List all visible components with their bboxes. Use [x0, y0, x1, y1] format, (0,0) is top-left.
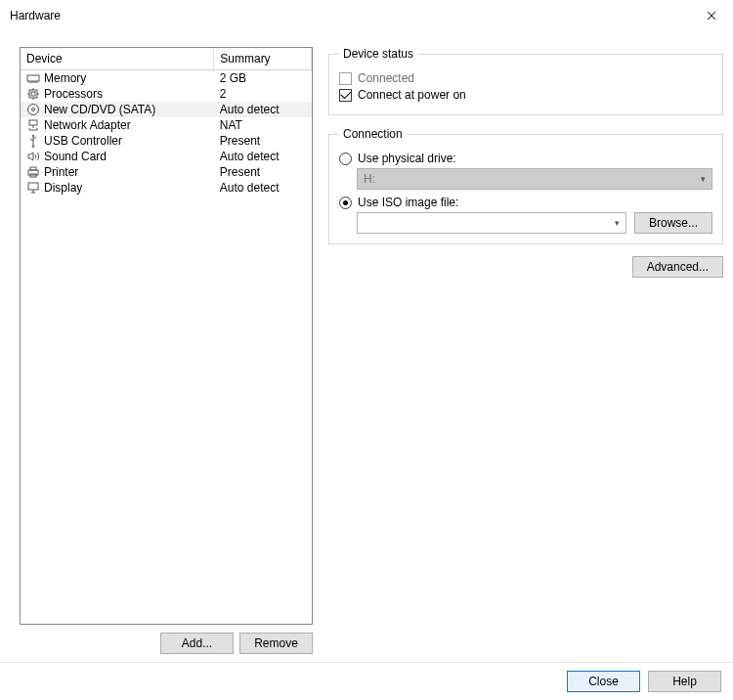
svg-rect-10: [28, 183, 38, 190]
window-title: Hardware: [10, 9, 61, 22]
svg-rect-2: [31, 92, 35, 96]
physical-drive-dropdown: H: ▾: [357, 168, 712, 190]
device-summary: Auto detect: [214, 180, 312, 196]
usb-icon: [26, 134, 40, 148]
device-row[interactable]: Sound CardAuto detect: [21, 149, 312, 164]
device-name: Sound Card: [44, 150, 107, 163]
connect-poweron-label: Connect at power on: [358, 88, 466, 102]
device-name: New CD/DVD (SATA): [44, 103, 155, 116]
chevron-down-icon: ▾: [701, 174, 706, 184]
device-list[interactable]: Device Summary Memory2 GBProcessors2New …: [20, 47, 313, 625]
sound-icon: [26, 150, 40, 163]
help-button[interactable]: Help: [648, 671, 721, 692]
physical-drive-radio[interactable]: [339, 153, 352, 165]
svg-point-3: [28, 105, 39, 115]
svg-rect-0: [27, 75, 39, 81]
chevron-down-icon[interactable]: ▾: [615, 218, 620, 228]
titlebar: Hardware: [0, 0, 733, 31]
advanced-button[interactable]: Advanced...: [632, 256, 723, 278]
device-summary: NAT: [214, 117, 312, 133]
add-button[interactable]: Add...: [160, 633, 234, 654]
device-row[interactable]: Network AdapterNAT: [21, 117, 312, 133]
display-icon: [26, 181, 40, 195]
device-row[interactable]: USB ControllerPresent: [21, 133, 312, 149]
connection-legend: Connection: [339, 127, 407, 141]
close-button[interactable]: Close: [567, 671, 640, 692]
physical-drive-label: Use physical drive:: [358, 152, 456, 165]
device-status-group: Device status Connected Connect at power…: [328, 47, 723, 115]
cpu-icon: [26, 87, 40, 101]
device-summary: 2 GB: [214, 70, 312, 87]
device-name: Network Adapter: [44, 118, 131, 132]
svg-point-6: [32, 135, 34, 137]
device-summary: Auto detect: [214, 102, 312, 117]
svg-rect-5: [29, 120, 37, 125]
device-row[interactable]: Memory2 GB: [21, 70, 312, 87]
device-name: Processors: [44, 87, 103, 101]
device-summary: Present: [214, 164, 312, 180]
disc-icon: [26, 103, 40, 116]
connected-label: Connected: [358, 71, 414, 85]
left-panel: Device Summary Memory2 GBProcessors2New …: [20, 47, 313, 654]
memory-icon: [26, 71, 40, 85]
device-row[interactable]: Processors2: [21, 86, 312, 102]
close-icon[interactable]: [689, 0, 733, 31]
device-status-legend: Device status: [339, 47, 417, 61]
device-summary: 2: [214, 86, 312, 102]
device-name: Display: [44, 181, 82, 195]
network-icon: [26, 118, 40, 132]
iso-file-dropdown[interactable]: ▾: [357, 212, 626, 234]
printer-icon: [26, 165, 40, 179]
browse-button[interactable]: Browse...: [634, 212, 712, 234]
device-row[interactable]: New CD/DVD (SATA)Auto detect: [21, 102, 312, 117]
right-panel: Device status Connected Connect at power…: [328, 47, 723, 654]
col-device[interactable]: Device: [21, 48, 214, 70]
device-row[interactable]: PrinterPresent: [21, 164, 312, 180]
device-row[interactable]: DisplayAuto detect: [21, 180, 312, 196]
col-summary[interactable]: Summary: [214, 48, 312, 70]
connect-poweron-checkbox[interactable]: [339, 89, 352, 102]
physical-drive-value: H:: [364, 172, 375, 186]
remove-button[interactable]: Remove: [239, 633, 313, 654]
device-summary: Auto detect: [214, 149, 312, 164]
svg-rect-1: [29, 90, 37, 98]
device-name: Printer: [44, 165, 78, 179]
connected-checkbox: [339, 72, 352, 85]
dialog-footer: Close Help: [0, 662, 733, 700]
device-name: USB Controller: [44, 134, 122, 148]
iso-file-radio[interactable]: [339, 197, 352, 209]
connection-group: Connection Use physical drive: H: ▾ Use …: [328, 127, 723, 244]
device-summary: Present: [214, 133, 312, 149]
device-name: Memory: [44, 71, 86, 85]
svg-point-4: [32, 109, 35, 111]
iso-file-label: Use ISO image file:: [358, 196, 458, 209]
